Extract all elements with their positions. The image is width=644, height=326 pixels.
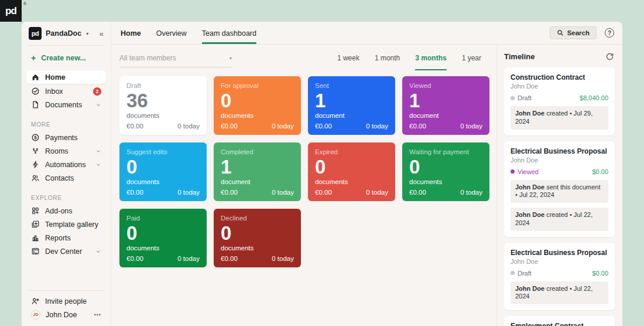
card-count: 1 bbox=[315, 91, 388, 111]
card-today: 0 today bbox=[272, 123, 294, 130]
sidebar-item-contacts[interactable]: Contacts bbox=[22, 171, 111, 185]
status-label: Viewed bbox=[518, 168, 539, 175]
card-today: 0 today bbox=[272, 189, 294, 196]
range-1-year[interactable]: 1 year bbox=[462, 54, 481, 70]
timeline-card[interactable]: Electrical Business Proposal John Doe Vi… bbox=[504, 141, 615, 237]
reports-icon bbox=[31, 233, 40, 242]
card-today: 0 today bbox=[366, 123, 388, 130]
status-dot bbox=[511, 169, 515, 174]
sidebar-item-documents[interactable]: Documents bbox=[22, 98, 111, 111]
search-button[interactable]: Search bbox=[550, 26, 597, 39]
workspace-switcher[interactable]: pd PandaDoc ▾ « bbox=[22, 22, 111, 45]
card-amount: €0.00 bbox=[315, 123, 332, 130]
sidebar-item-label: Inbox bbox=[45, 87, 63, 96]
invite-person-icon bbox=[31, 297, 40, 305]
status-card-completed[interactable]: Completed 1 document €0.000 today bbox=[214, 142, 301, 201]
avatar: JD bbox=[31, 310, 40, 320]
sidebar-item-addons[interactable]: Add-ons bbox=[22, 204, 111, 218]
section-title-explore: EXPLORE bbox=[31, 195, 111, 201]
caret-down-icon: ▾ bbox=[86, 31, 88, 36]
status-card-suggest-edits[interactable]: Suggest edits 0 documents €0.000 today bbox=[119, 142, 207, 201]
sidebar-item-label: Contacts bbox=[45, 174, 74, 182]
card-count: 0 bbox=[126, 223, 200, 244]
sidebar-nav: Home Inbox 2 Documents MORE Payments Roo… bbox=[22, 70, 111, 258]
timeline-panel: Timeline Construction Contract John Doe … bbox=[496, 45, 622, 326]
card-amount: €0.00 bbox=[126, 189, 143, 196]
pandadoc-logo: pd bbox=[0, 0, 22, 22]
card-label: Suggest edits bbox=[126, 148, 200, 155]
card-label: Draft bbox=[126, 82, 200, 89]
card-unit: documents bbox=[221, 112, 294, 119]
sidebar-item-label: Add-ons bbox=[45, 207, 73, 215]
timeline-header: Timeline bbox=[497, 45, 622, 66]
workspace-name: PandaDoc bbox=[46, 29, 81, 38]
help-icon[interactable]: ? bbox=[605, 28, 614, 38]
card-today: 0 today bbox=[366, 189, 388, 196]
document-amount: $0.00 bbox=[592, 270, 608, 277]
sidebar-item-label: Home bbox=[45, 73, 66, 82]
chevron-down-icon bbox=[95, 162, 101, 168]
status-card-viewed[interactable]: Viewed 1 document €0.000 today bbox=[402, 76, 489, 135]
status-card-declined[interactable]: Declined 0 documents €0.000 today bbox=[214, 209, 301, 267]
status-card-waiting-for-payment[interactable]: Waiting for payment 0 documents €0.000 t… bbox=[402, 142, 489, 201]
tab-bar: Home Overview Team dashboard bbox=[121, 22, 256, 44]
card-today: 0 today bbox=[460, 123, 482, 130]
range-1-week[interactable]: 1 week bbox=[337, 54, 359, 70]
status-dot bbox=[511, 271, 515, 275]
document-title: Employment Contract bbox=[511, 322, 608, 326]
status-card-sent[interactable]: Sent 1 document €0.000 today bbox=[308, 76, 395, 135]
user-menu[interactable]: JD John Doe ••• bbox=[22, 308, 111, 321]
contacts-icon bbox=[31, 174, 40, 182]
team-members-value: All team members bbox=[119, 54, 176, 62]
sidebar-item-automations[interactable]: Automations bbox=[22, 158, 111, 171]
tab-home[interactable]: Home bbox=[121, 22, 141, 44]
timeline-card[interactable]: Construction Contract John Doe Draft $8,… bbox=[504, 67, 615, 135]
card-count: 0 bbox=[409, 157, 482, 178]
range-1-month[interactable]: 1 month bbox=[375, 54, 400, 70]
sidebar-item-reports[interactable]: Reports bbox=[22, 231, 111, 244]
card-count: 36 bbox=[126, 91, 200, 111]
sidebar-item-rooms[interactable]: Rooms bbox=[22, 144, 111, 158]
status-card-expired[interactable]: Expired 0 documents €0.000 today bbox=[308, 142, 395, 201]
card-amount: €0.00 bbox=[409, 123, 426, 130]
card-count: 1 bbox=[409, 91, 482, 111]
divider bbox=[29, 290, 104, 291]
template-gallery-icon bbox=[31, 220, 40, 229]
card-label: Waiting for payment bbox=[409, 148, 482, 155]
card-unit: documents bbox=[221, 244, 294, 252]
refresh-icon[interactable] bbox=[605, 52, 614, 61]
card-unit: documents bbox=[315, 178, 388, 185]
collapse-sidebar-icon[interactable]: « bbox=[100, 29, 104, 38]
sidebar-item-inbox[interactable]: Inbox 2 bbox=[22, 84, 111, 98]
topbar: Home Overview Team dashboard Search ? bbox=[111, 22, 622, 45]
status-card-paid[interactable]: Paid 0 documents €0.000 today bbox=[119, 209, 207, 267]
timeline-card[interactable]: Electrical Business Proposal John Doe Dr… bbox=[504, 243, 615, 311]
sidebar-item-dev-center[interactable]: Dev Center bbox=[22, 244, 111, 258]
sidebar-item-label: Template gallery bbox=[45, 220, 98, 229]
card-amount: €0.00 bbox=[221, 123, 238, 130]
timeline-card[interactable]: Employment Contract John Doe Draft $0.00… bbox=[504, 316, 615, 326]
team-members-select[interactable]: All team members ▾ bbox=[119, 54, 232, 67]
section-title-more: MORE bbox=[31, 121, 111, 128]
payments-icon bbox=[31, 133, 40, 142]
lightning-icon bbox=[31, 160, 40, 169]
document-title: Electrical Business Proposal bbox=[511, 249, 608, 257]
sidebar-item-home[interactable]: Home bbox=[26, 70, 106, 84]
overflow-menu-icon[interactable]: ••• bbox=[94, 312, 101, 318]
card-count: 0 bbox=[126, 157, 200, 178]
tab-team-dashboard[interactable]: Team dashboard bbox=[202, 22, 256, 44]
status-card-draft[interactable]: Draft 36 documents €0.000 today bbox=[119, 76, 207, 135]
range-3-months[interactable]: 3 months bbox=[415, 54, 446, 70]
tab-overview[interactable]: Overview bbox=[156, 22, 187, 44]
sidebar-item-payments[interactable]: Payments bbox=[22, 131, 111, 144]
sidebar-item-template-gallery[interactable]: Template gallery bbox=[22, 218, 111, 231]
status-card-for-approval[interactable]: For approval 0 documents €0.000 today bbox=[214, 76, 301, 135]
card-label: Expired bbox=[315, 148, 388, 155]
card-today: 0 today bbox=[460, 189, 482, 196]
card-amount: €0.00 bbox=[126, 123, 143, 130]
invite-people-button[interactable]: Invite people bbox=[22, 294, 111, 308]
card-label: Viewed bbox=[409, 82, 482, 89]
timeline-event: John Doe sent this document • Jul 22, 20… bbox=[511, 180, 608, 203]
user-name: John Doe bbox=[46, 311, 77, 319]
create-new-button[interactable]: + Create new... bbox=[22, 46, 111, 70]
